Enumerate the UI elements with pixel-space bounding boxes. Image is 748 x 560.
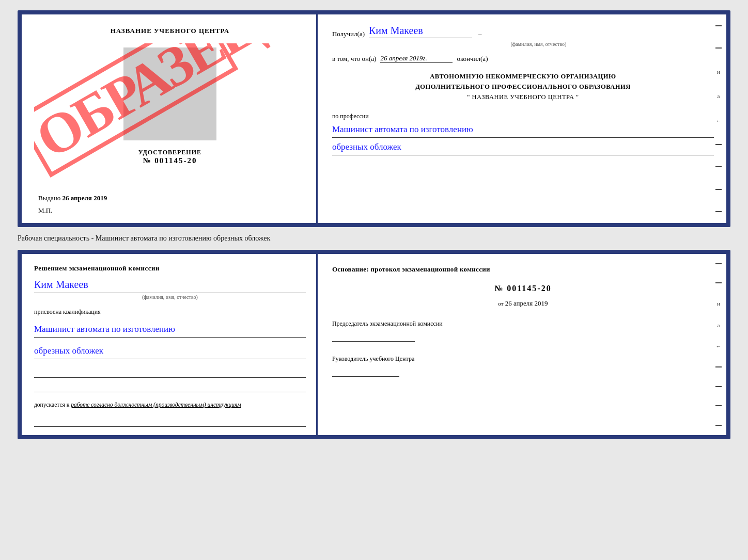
exam-side-dash-3 — [715, 366, 722, 367]
cert-side-lines: и а ← — [711, 14, 726, 223]
cert-stamp-placeholder — [123, 47, 216, 140]
exam-protocol-value: 001145-20 — [507, 284, 551, 293]
exam-director-label: Руководитель учебного Центра — [332, 354, 714, 363]
exam-date-ot: от — [498, 300, 503, 307]
side-char-a: а — [718, 93, 720, 99]
exam-chairman-block: Председатель экзаменационной комиссии — [332, 319, 714, 342]
cert-profession-label: по профессии — [332, 113, 714, 120]
exam-left-panel: Решением экзаменационной комиссии Ким Ма… — [22, 254, 318, 435]
cert-left-panel: НАЗВАНИЕ УЧЕБНОГО ЦЕНТРА ОБРАЗЕЦ УДОСТОВ… — [22, 14, 318, 223]
cert-number-value: 001145-20 — [154, 156, 197, 165]
cert-org-line1: АВТОНОМНУЮ НЕКОММЕРЧЕСКУЮ ОРГАНИЗАЦИЮ — [332, 71, 714, 82]
exam-date-row: от 26 апреля 2019 — [332, 299, 714, 308]
exam-side-dash-5 — [715, 405, 722, 406]
side-dash-6 — [715, 211, 722, 212]
cert-date-value: 26 апреля 2019г. — [380, 54, 453, 63]
side-dash-3 — [715, 144, 722, 145]
certificate-top: НАЗВАНИЕ УЧЕБНОГО ЦЕНТРА ОБРАЗЕЦ УДОСТОВ… — [18, 10, 730, 227]
exam-protocol-number: № 001145-20 — [332, 284, 714, 293]
cert-recipient-sublabel: (фамилия, имя, отчество) — [332, 41, 714, 47]
middle-text: Рабочая специальность - Машинист автомат… — [18, 232, 730, 245]
cert-issued-row: Выдано 26 апреля 2019 — [34, 194, 306, 202]
cert-right-panel: Получил(а) Ким Макеев – (фамилия, имя, о… — [318, 14, 726, 223]
cert-recipient-row: Получил(а) Ким Макеев – — [332, 25, 714, 38]
exam-side-lines: и а ← — [711, 254, 726, 435]
exam-side-char-arrow: ← — [715, 343, 721, 349]
exam-admitted-line — [34, 418, 306, 427]
cert-org-name: " НАЗВАНИЕ УЧЕБНОГО ЦЕНТРА " — [332, 92, 714, 102]
cert-date-label: в том, что он(а) — [332, 55, 377, 63]
cert-school-title: НАЗВАНИЕ УЧЕБНОГО ЦЕНТРА — [111, 27, 230, 35]
exam-qualification-line2: обрезных обложек — [34, 344, 306, 359]
exam-side-dash-2 — [715, 282, 722, 283]
exam-chairman-label: Председатель экзаменационной комиссии — [332, 319, 714, 328]
exam-date-value: 26 апреля 2019 — [505, 299, 548, 307]
exam-commission-title: Решением экзаменационной комиссии — [34, 264, 306, 273]
exam-name-sublabel: (фамилия, имя, отчество) — [34, 293, 306, 300]
exam-admitted-label: допускается к — [34, 402, 69, 408]
cert-recipient-label: Получил(а) — [332, 30, 365, 38]
cert-date-row: в том, что он(а) 26 апреля 2019г. окончи… — [332, 54, 714, 63]
side-char-i: и — [717, 69, 720, 75]
exam-line-1 — [34, 369, 306, 378]
side-dash-1 — [715, 25, 722, 26]
cert-issued-label: Выдано — [38, 194, 60, 202]
exam-side-dash-4 — [715, 386, 722, 387]
exam-admitted-block: допускается к работе согласно должностны… — [34, 401, 306, 409]
exam-chairman-line — [332, 332, 415, 342]
exam-name-written: Ким Макеев — [34, 279, 306, 291]
cert-profession-line2: обрезных обложек — [332, 140, 714, 155]
cert-mp-label: М.П. — [34, 206, 52, 215]
exam-right-panel: Основание: протокол экзаменационной коми… — [318, 254, 726, 435]
exam-side-dash-6 — [715, 425, 722, 426]
exam-side-dash-1 — [715, 263, 722, 264]
exam-line-2 — [34, 383, 306, 392]
exam-side-char-a: а — [718, 322, 720, 328]
exam-sheet: Решением экзаменационной комиссии Ким Ма… — [18, 250, 730, 439]
udostoverenie-label: УДОСТОВЕРЕНИЕ — [138, 149, 201, 156]
cert-org-line2: ДОПОЛНИТЕЛЬНОГО ПРОФЕССИОНАЛЬНОГО ОБРАЗО… — [332, 82, 714, 92]
exam-qualification-line1: Машинист автомата по изготовлению — [34, 322, 306, 338]
cert-profession-block: по профессии Машинист автомата по изгото… — [332, 113, 714, 155]
udostoverenie-block: УДОСТОВЕРЕНИЕ № 001145-20 — [138, 149, 201, 165]
cert-recipient-name: Ким Макеев — [369, 25, 472, 38]
cert-dash: – — [478, 30, 482, 38]
cert-issued-date: 26 апреля 2019 — [63, 194, 107, 202]
cert-number: № 001145-20 — [138, 156, 201, 165]
side-dash-4 — [715, 166, 722, 167]
cert-profession-line1: Машинист автомата по изготовлению — [332, 122, 714, 138]
side-dash-5 — [715, 189, 722, 190]
exam-admitted-italic: работе согласно должностным (производств… — [71, 402, 241, 408]
cert-org-block: АВТОНОМНУЮ НЕКОММЕРЧЕСКУЮ ОРГАНИЗАЦИЮ ДО… — [332, 71, 714, 102]
side-char-arrow: ← — [715, 118, 721, 124]
exam-blank-lines — [34, 369, 306, 392]
cert-finished-label: окончил(а) — [457, 55, 488, 63]
exam-director-line — [332, 367, 399, 377]
cert-number-prefix: № — [143, 156, 151, 165]
exam-side-char-i: и — [717, 300, 720, 307]
exam-director-block: Руководитель учебного Центра — [332, 354, 714, 377]
document-wrapper: НАЗВАНИЕ УЧЕБНОГО ЦЕНТРА ОБРАЗЕЦ УДОСТОВ… — [18, 10, 730, 439]
exam-qualification-label: присвоена квалификация — [34, 308, 306, 316]
exam-protocol-prefix: № — [494, 284, 504, 293]
side-dash-2 — [715, 47, 722, 49]
exam-osnov-label: Основание: протокол экзаменационной коми… — [332, 264, 714, 275]
